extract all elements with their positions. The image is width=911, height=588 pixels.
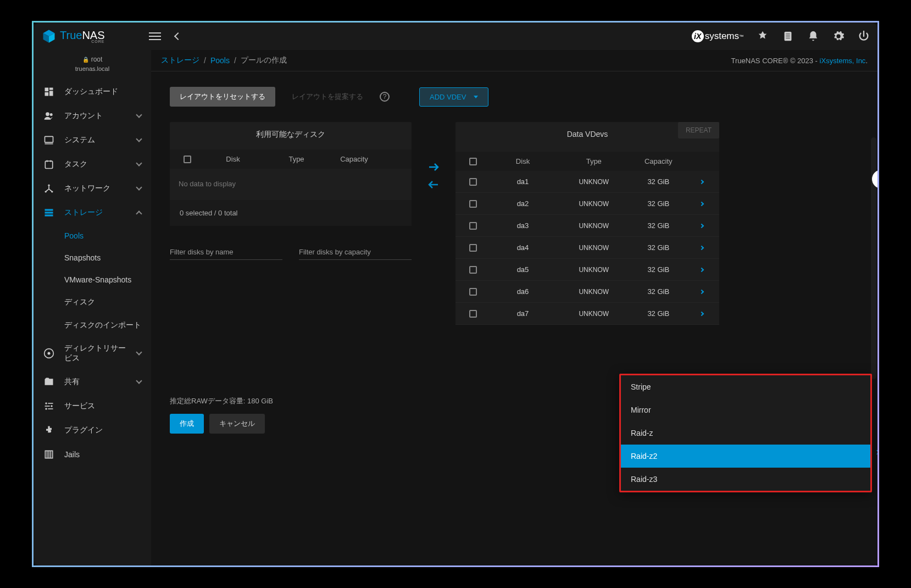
move-left-icon[interactable] bbox=[427, 178, 440, 191]
sidebar-item-network[interactable]: ネットワーク bbox=[34, 176, 151, 201]
expand-icon[interactable] bbox=[699, 289, 704, 293]
svg-rect-12 bbox=[45, 161, 52, 168]
user-host: truenas.local bbox=[34, 65, 151, 72]
menu-icon[interactable] bbox=[149, 32, 161, 40]
sidebar-sub-disks[interactable]: ディスク bbox=[34, 291, 151, 314]
expand-icon[interactable] bbox=[699, 223, 704, 228]
disk-row[interactable]: da3UNKNOW32 GiB bbox=[456, 215, 719, 237]
notification-bell-icon[interactable] bbox=[807, 30, 819, 42]
sidebar-label: Jails bbox=[64, 450, 141, 459]
reset-layout-button[interactable]: レイアウトをリセットする bbox=[170, 87, 275, 107]
disk-checkbox[interactable] bbox=[469, 178, 477, 186]
dropdown-option-raidz2[interactable]: Raid-z2 bbox=[621, 445, 870, 468]
disk-checkbox[interactable] bbox=[469, 244, 477, 252]
sidebar-sub-vmware-snapshots[interactable]: VMware-Snapshots bbox=[34, 269, 151, 291]
expand-icon[interactable] bbox=[699, 267, 704, 271]
app-logo[interactable]: TrueNAS CORE bbox=[41, 29, 149, 44]
sidebar-sub-disk-import[interactable]: ディスクのインポート bbox=[34, 314, 151, 337]
move-right-icon[interactable] bbox=[427, 160, 440, 174]
tasks-icon bbox=[43, 159, 54, 170]
disk-type: UNKNOW bbox=[562, 222, 626, 230]
ixsystems-text: systems bbox=[705, 31, 739, 42]
filter-capacity-input[interactable] bbox=[299, 245, 412, 260]
copyright-text: TrueNAS CORE® © 2023 - bbox=[731, 57, 820, 65]
dropdown-option-raidz[interactable]: Raid-z bbox=[621, 421, 870, 445]
sidebar-item-services[interactable]: サービス bbox=[34, 394, 151, 418]
svg-rect-1 bbox=[786, 34, 790, 34]
expand-icon[interactable] bbox=[699, 179, 704, 184]
dropdown-option-raidz3[interactable]: Raid-z3 bbox=[621, 468, 870, 491]
svg-point-23 bbox=[45, 402, 47, 404]
sidebar-item-tasks[interactable]: タスク bbox=[34, 152, 151, 176]
sidebar-item-plugins[interactable]: プラグイン bbox=[34, 418, 151, 442]
disk-checkbox[interactable] bbox=[469, 288, 477, 296]
breadcrumb-pools[interactable]: Pools bbox=[210, 56, 230, 65]
disk-checkbox[interactable] bbox=[469, 266, 477, 274]
cancel-button[interactable]: キャンセル bbox=[209, 414, 265, 434]
available-disks-title: 利用可能なディスク bbox=[170, 122, 412, 149]
disk-checkbox[interactable] bbox=[469, 222, 477, 230]
expand-icon[interactable] bbox=[699, 311, 704, 315]
user-name: root bbox=[91, 56, 103, 63]
available-disks-panel: 利用可能なディスク Disk Type Capacity No data to … bbox=[170, 122, 412, 226]
sidebar-item-system[interactable]: システム bbox=[34, 128, 151, 152]
copyright-link[interactable]: iXsystems, Inc bbox=[820, 57, 866, 65]
breadcrumb-storage[interactable]: ストレージ bbox=[161, 56, 199, 65]
help-icon[interactable]: ? bbox=[380, 92, 390, 102]
sidebar-item-storage[interactable]: ストレージ bbox=[34, 201, 151, 225]
copyright: TrueNAS CORE® © 2023 - iXsystems, Inc. bbox=[731, 57, 868, 65]
disk-type: UNKNOW bbox=[562, 266, 626, 274]
scrollbar[interactable] bbox=[871, 137, 876, 560]
expand-icon[interactable] bbox=[699, 245, 704, 249]
sidebar-item-sharing[interactable]: 共有 bbox=[34, 370, 151, 394]
back-icon[interactable] bbox=[174, 32, 182, 40]
truecommand-icon[interactable] bbox=[757, 30, 769, 42]
disk-name: da1 bbox=[484, 177, 562, 186]
select-all-checkbox[interactable] bbox=[184, 156, 191, 163]
sidebar-sub-snapshots[interactable]: Snapshots bbox=[34, 247, 151, 269]
disk-row[interactable]: da6UNKNOW32 GiB bbox=[456, 281, 719, 303]
sidebar-item-jails[interactable]: Jails bbox=[34, 442, 151, 467]
storage-icon bbox=[43, 207, 54, 218]
filter-name-input[interactable] bbox=[170, 245, 282, 260]
disk-row[interactable]: da4UNKNOW32 GiB bbox=[456, 237, 719, 259]
data-vdevs-title: Data VDevs bbox=[567, 126, 608, 142]
dropdown-option-mirror[interactable]: Mirror bbox=[621, 398, 870, 421]
power-icon[interactable] bbox=[858, 30, 870, 42]
disk-type: UNKNOW bbox=[562, 310, 626, 318]
expand-icon[interactable] bbox=[699, 201, 704, 206]
clipboard-icon[interactable] bbox=[782, 30, 794, 42]
disk-row[interactable]: da1UNKNOW32 GiB bbox=[456, 171, 719, 193]
ixsystems-logo[interactable]: iXsystems™ bbox=[692, 30, 743, 42]
sidebar-item-accounts[interactable]: アカウント bbox=[34, 104, 151, 128]
dashboard-icon bbox=[43, 86, 54, 97]
disk-name: da5 bbox=[484, 265, 562, 274]
sidebar-item-dashboard[interactable]: ダッシュボード bbox=[34, 80, 151, 104]
jails-icon bbox=[43, 449, 54, 460]
sidebar-sub-pools[interactable]: Pools bbox=[34, 225, 151, 247]
svg-rect-7 bbox=[45, 92, 49, 96]
select-all-vdev-checkbox[interactable] bbox=[469, 158, 477, 165]
disk-checkbox[interactable] bbox=[469, 310, 477, 318]
breadcrumb-current: プールの作成 bbox=[241, 56, 287, 65]
dropdown-option-stripe[interactable]: Stripe bbox=[621, 375, 870, 398]
svg-point-9 bbox=[50, 113, 53, 116]
summary-close[interactable]: x bbox=[876, 447, 877, 456]
disk-row[interactable]: da5UNKNOW32 GiB bbox=[456, 259, 719, 281]
svg-point-22 bbox=[48, 352, 51, 355]
disk-row[interactable]: da7UNKNOW32 GiB bbox=[456, 303, 719, 325]
sidebar-label: ネットワーク bbox=[64, 184, 127, 193]
disk-type: UNKNOW bbox=[562, 288, 626, 296]
create-button[interactable]: 作成 bbox=[170, 414, 204, 434]
settings-gear-icon[interactable] bbox=[832, 30, 845, 42]
sidebar-label: 共有 bbox=[64, 377, 127, 387]
col-disk: Disk bbox=[484, 157, 562, 165]
suggest-layout-button: レイアウトを提案する bbox=[282, 87, 373, 107]
disk-checkbox[interactable] bbox=[469, 200, 477, 208]
disk-capacity: 32 GiB bbox=[626, 243, 691, 252]
vdev-layout-dropdown: Stripe Mirror Raid-z Raid-z2 Raid-z3 bbox=[619, 374, 872, 492]
sidebar-item-directory-services[interactable]: ディレクトリサービス bbox=[34, 337, 151, 370]
breadcrumb-sep: / bbox=[204, 56, 206, 65]
add-vdev-button[interactable]: ADD VDEV bbox=[419, 87, 488, 107]
disk-row[interactable]: da2UNKNOW32 GiB bbox=[456, 193, 719, 215]
